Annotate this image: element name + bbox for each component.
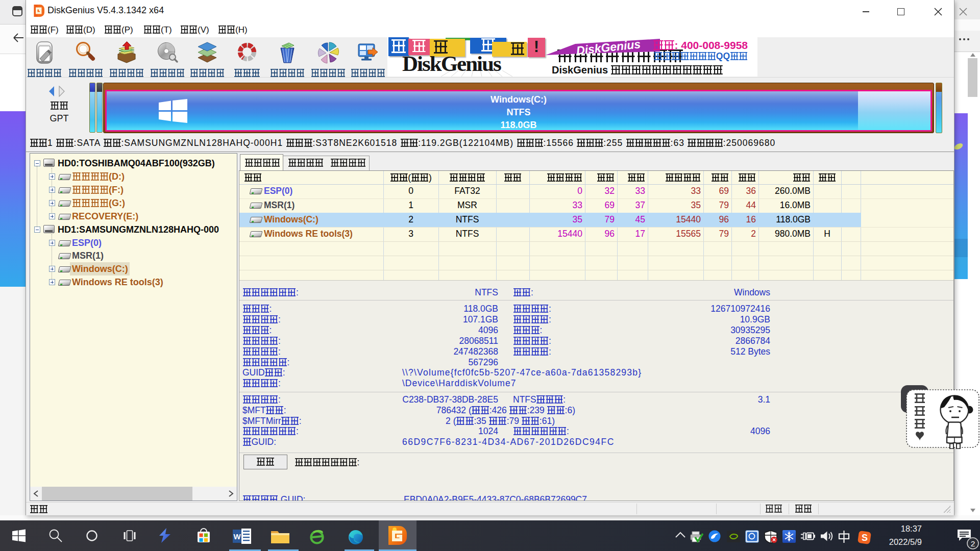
svg-text:2: 2 xyxy=(971,539,975,548)
svg-text:W: W xyxy=(233,532,241,541)
svg-text:DiskGenius: DiskGenius xyxy=(576,38,642,57)
svg-text:S: S xyxy=(862,533,868,543)
